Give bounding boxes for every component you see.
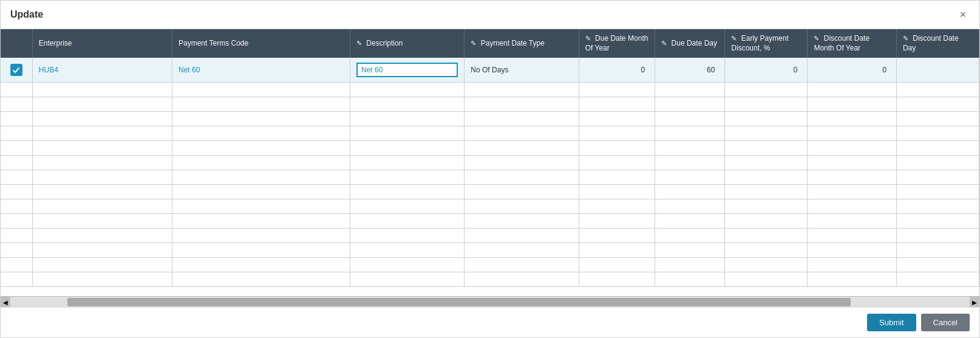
submit-button[interactable]: Submit [867,314,916,331]
empty-cell [172,97,350,112]
empty-cell [32,272,172,287]
empty-cell [1,272,32,287]
empty-cell [32,83,172,97]
empty-cell [808,185,897,199]
cell-due-date-month: 0 [579,58,655,83]
empty-cell [32,112,172,126]
empty-cell [655,243,725,258]
header-payment-date-type: ✎ Payment Date Type [464,29,579,58]
description-input[interactable] [356,63,458,77]
empty-cell [896,97,979,112]
header-checkbox [1,29,32,58]
scroll-left-arrow[interactable]: ◀ [1,297,10,307]
empty-cell [32,214,172,229]
empty-cell [1,156,32,170]
header-due-date-day: ✎ Due Date Day [655,29,725,58]
scroll-right-arrow[interactable]: ▶ [970,297,979,307]
empty-cell [896,214,979,229]
empty-cell [1,97,32,112]
empty-row [1,258,979,272]
empty-cell [725,83,808,97]
empty-cell [579,170,655,185]
modal-header: Update × [1,1,979,29]
empty-cell [655,126,725,141]
empty-cell [350,258,464,272]
empty-row [1,229,979,243]
header-discount-date-day: ✎ Discount Date Day [896,29,979,58]
row-checkbox-cell[interactable] [1,58,32,83]
empty-cell [579,141,655,156]
payment-terms-code-link[interactable]: Net 60 [179,66,200,74]
empty-cell [464,126,579,141]
empty-cell [808,170,897,185]
empty-cell [464,112,579,126]
empty-cell [1,229,32,243]
empty-cell [464,214,579,229]
empty-row [1,141,979,156]
empty-cell [172,214,350,229]
empty-row [1,83,979,97]
empty-cell [172,170,350,185]
cancel-button[interactable]: Cancel [921,314,970,331]
empty-cell [655,112,725,126]
close-button[interactable]: × [956,8,970,21]
discount-date-day-edit-icon: ✎ [903,34,908,43]
empty-row [1,170,979,185]
empty-cell [725,185,808,199]
cell-description[interactable] [350,58,464,83]
empty-row [1,126,979,141]
empty-cell [655,83,725,97]
empty-cell [464,199,579,214]
empty-cell [725,141,808,156]
header-payment-terms-code: Payment Terms Code [172,29,350,58]
empty-cell [655,258,725,272]
cell-payment-terms-code: Net 60 [172,58,350,83]
header-description-label: Description [366,39,403,47]
data-table: Enterprise Payment Terms Code ✎ Descript… [1,29,979,287]
row-checkbox[interactable] [10,64,22,76]
empty-cell [32,97,172,112]
empty-cell [1,185,32,199]
horizontal-scrollbar[interactable]: ◀ ▶ [1,296,979,307]
header-discount-date-day-label: Discount Date Day [903,34,959,52]
empty-cell [32,126,172,141]
enterprise-link[interactable]: HUB4 [39,66,58,74]
empty-cell [1,112,32,126]
empty-cell [579,97,655,112]
header-enterprise-label: Enterprise [39,39,72,47]
empty-cell [725,97,808,112]
empty-cell [579,156,655,170]
empty-cell [32,141,172,156]
empty-cell [896,272,979,287]
empty-cell [172,141,350,156]
empty-cell [655,229,725,243]
empty-cell [172,156,350,170]
empty-cell [579,83,655,97]
empty-cell [350,199,464,214]
empty-cell [725,243,808,258]
empty-cell [655,185,725,199]
table-container[interactable]: Enterprise Payment Terms Code ✎ Descript… [1,29,979,296]
empty-cell [32,170,172,185]
empty-cell [725,112,808,126]
empty-cell [172,126,350,141]
empty-cell [350,229,464,243]
empty-cell [1,170,32,185]
empty-cell [32,185,172,199]
empty-cell [32,199,172,214]
empty-cell [896,199,979,214]
header-early-payment: ✎ Early Payment Discount, % [725,29,808,58]
empty-cell [172,83,350,97]
empty-cell [725,229,808,243]
empty-cell [808,97,897,112]
empty-cell [464,185,579,199]
modal-footer: Submit Cancel [1,307,979,337]
scroll-thumb[interactable] [67,298,851,306]
empty-cell [808,214,897,229]
empty-cell [1,126,32,141]
empty-cell [579,214,655,229]
empty-cell [464,229,579,243]
cell-discount-date-day [896,58,979,83]
empty-cell [896,141,979,156]
empty-cell [350,185,464,199]
